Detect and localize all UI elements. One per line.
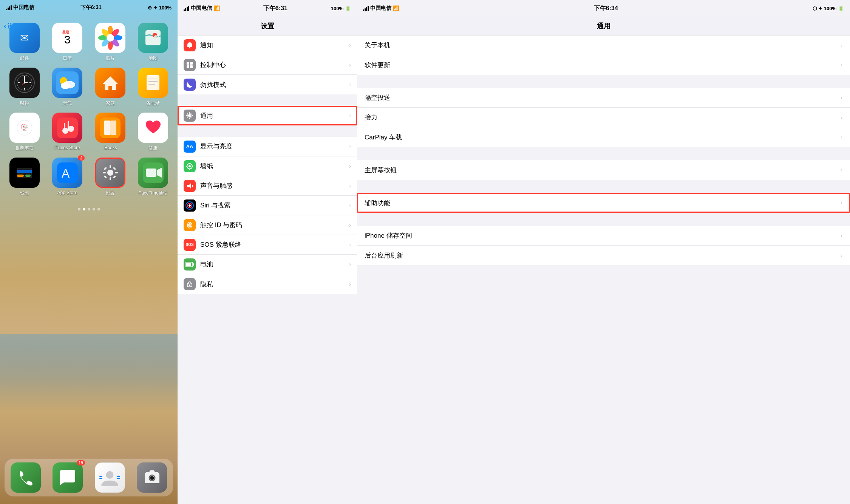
svg-rect-67 <box>104 175 107 178</box>
facetime-icon <box>138 158 168 188</box>
general-item-home-button[interactable]: 主屏幕按钮 › <box>357 160 850 180</box>
svg-rect-74 <box>99 476 102 477</box>
dock-phone[interactable] <box>11 462 41 493</box>
sos-icon: SOS <box>184 239 196 251</box>
svg-rect-76 <box>117 476 120 477</box>
notes-label: 备忘录 <box>146 100 160 107</box>
weather-icon <box>52 68 82 98</box>
carplay-label: CarPlay 车载 <box>365 133 841 142</box>
settings-item-privacy[interactable]: 隐私 › <box>178 274 357 294</box>
app-weather[interactable]: 天气 <box>49 68 86 107</box>
svg-rect-61 <box>110 165 111 168</box>
svg-rect-75 <box>99 478 102 479</box>
ibooks-icon <box>95 113 125 143</box>
settings-item-dnd[interactable]: 勿扰模式 › <box>178 75 357 94</box>
settings-item-general[interactable]: 通用 › <box>178 106 357 125</box>
bt-icon-general: ✦ <box>818 6 822 11</box>
app-home[interactable]: 家庭 <box>92 68 129 107</box>
app-ibooks[interactable]: iBooks <box>92 113 129 152</box>
control-center-icon <box>184 59 196 71</box>
general-title: 通用 <box>597 22 610 31</box>
general-item-storage[interactable]: iPhone 储存空间 › <box>357 226 850 246</box>
svg-rect-86 <box>190 65 193 68</box>
notes-icon <box>138 68 168 98</box>
svg-rect-45 <box>64 123 65 131</box>
photos-label: 照片 <box>106 55 115 62</box>
status-left-general: 中国电信 📶 <box>363 5 399 12</box>
general-item-handoff[interactable]: 接力 › <box>357 108 850 127</box>
settings-panel: 中国电信 📶 下午6:31 100% 🔋 设置 通知 › <box>178 0 357 504</box>
svg-rect-92 <box>187 113 188 114</box>
general-item-carplay[interactable]: CarPlay 车载 › <box>357 127 850 147</box>
svg-rect-54 <box>17 170 32 173</box>
general-item-airdrop[interactable]: 隔空投送 › <box>357 88 850 108</box>
app-health[interactable]: 健康 <box>135 113 172 152</box>
settings-item-sounds[interactable]: 声音与触感 › <box>178 176 357 196</box>
settings-item-display[interactable]: AA 显示与亮度 › <box>178 137 357 156</box>
general-item-accessibility[interactable]: 辅助功能 › <box>357 193 850 213</box>
svg-rect-77 <box>117 478 120 479</box>
svg-rect-62 <box>110 177 111 180</box>
airdrop-chevron: › <box>841 94 842 101</box>
notifications-icon <box>184 39 196 51</box>
general-item-background-refresh[interactable]: 后台应用刷新 › <box>357 246 850 265</box>
app-maps[interactable]: 280 地图 <box>135 23 172 62</box>
general-item-software-update[interactable]: 软件更新 › <box>357 55 850 75</box>
app-settings[interactable]: 设置 <box>92 158 129 196</box>
page-indicators <box>0 208 178 210</box>
airdrop-label: 隔空投送 <box>365 93 841 102</box>
app-mail[interactable]: ✉ 邮件 <box>6 23 43 62</box>
app-clock[interactable]: 时钟 <box>6 68 43 107</box>
privacy-icon <box>184 278 196 290</box>
wallpaper-chevron: › <box>349 163 351 170</box>
settings-item-sos[interactable]: SOS SOS 紧急联络 › <box>178 235 357 255</box>
messages-dock-icon: 19 <box>53 462 83 493</box>
app-photos[interactable]: 照片 <box>92 23 129 62</box>
wallpaper-icon <box>184 160 196 172</box>
maps-label: 地图 <box>148 55 158 62</box>
svg-rect-112 <box>186 263 191 266</box>
settings-item-wallpaper[interactable]: 墙纸 › <box>178 156 357 176</box>
app-calendar[interactable]: 星期二 3 日历 <box>49 23 86 62</box>
settings-item-notifications[interactable]: 通知 › <box>178 36 357 55</box>
svg-rect-63 <box>103 172 106 173</box>
dock-contacts[interactable] <box>95 462 125 493</box>
app-itunes[interactable]: iTunes Store <box>49 113 86 152</box>
sos-label: SOS 紧急联络 <box>200 240 349 249</box>
battery-home: 100% <box>159 5 172 11</box>
general-sep-4 <box>357 213 850 226</box>
app-wallet[interactable]: 钱包 <box>6 158 43 196</box>
dnd-icon <box>184 79 196 91</box>
phone-dock-icon <box>11 462 41 493</box>
settings-item-battery[interactable]: 电池 › <box>178 255 357 274</box>
dock-camera[interactable] <box>137 462 167 493</box>
siri-chevron: › <box>349 202 351 209</box>
bt-icon-home: ✦ <box>153 5 158 11</box>
settings-item-control-center[interactable]: 控制中心 › <box>178 55 357 75</box>
software-update-label: 软件更新 <box>365 61 841 70</box>
svg-rect-83 <box>187 62 189 65</box>
dock-messages[interactable]: 19 <box>53 462 83 493</box>
app-appstore[interactable]: A 2 App Store <box>49 158 86 196</box>
settings-item-siri[interactable]: Siri 与搜索 › <box>178 196 357 215</box>
app-row-1: ✉ 邮件 星期二 3 日历 <box>0 15 178 204</box>
time-general: 下午6:34 <box>594 5 618 12</box>
svg-rect-48 <box>104 121 110 135</box>
svg-rect-94 <box>187 116 188 118</box>
wifi-settings: 📶 <box>213 5 220 11</box>
messages-badge: 19 <box>77 460 85 465</box>
app-facetime[interactable]: FaceTime通话 <box>135 158 172 196</box>
sos-chevron: › <box>349 241 351 248</box>
general-item-about[interactable]: 关于本机 › <box>357 36 850 55</box>
settings-group-display: AA 显示与亮度 › 墙纸 › 声音与触感 › <box>178 137 357 294</box>
app-notes[interactable]: 备忘录 <box>135 68 172 107</box>
accessibility-label: 辅助功能 <box>365 199 841 207</box>
general-group-1: 关于本机 › 软件更新 › <box>357 36 850 75</box>
app-reminders[interactable]: ☉ 提醒事项 <box>6 113 43 152</box>
mail-label: 邮件 <box>20 55 29 62</box>
status-bar-home: 中国电信 下午6:31 ⊕ ✦ 100% <box>0 0 178 15</box>
svg-point-24 <box>24 82 25 83</box>
settings-item-touchid[interactable]: 触控 ID 与密码 › <box>178 215 357 235</box>
display-chevron: › <box>349 143 351 150</box>
home-button-chevron: › <box>841 167 842 173</box>
